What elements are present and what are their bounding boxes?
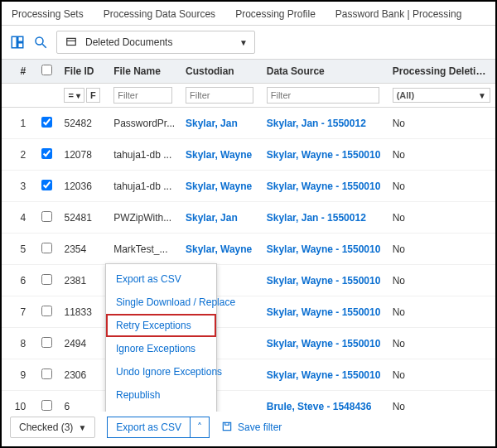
cell-custodian[interactable]: Skylar, Jan	[181, 108, 262, 139]
cell-file-name: MarkTest_...	[109, 234, 181, 265]
table-row[interactable]: 92306ayneSkylar, Wayne - 1550010No	[2, 359, 495, 391]
table-row[interactable]: 212078tahuja1-db ...Skylar, WayneSkylar,…	[2, 139, 495, 171]
table-row[interactable]: 52354MarkTest_...Skylar, WayneSkylar, Wa…	[2, 234, 495, 265]
menu-export-csv[interactable]: Export as CSV	[106, 267, 216, 291]
row-index: 5	[2, 234, 34, 265]
menu-single-download-replace[interactable]: Single Download / Replace	[106, 291, 216, 314]
cell-file-id: 2494	[59, 328, 109, 359]
row-checkbox[interactable]	[41, 211, 52, 222]
cell-file-name: tahuja1-db ...	[109, 139, 181, 171]
cell-file-name: PWZipWith...	[109, 202, 181, 234]
cell-file-id: 52482	[59, 108, 109, 139]
table-row[interactable]: 62381ayneSkylar, Wayne - 1550010No	[2, 265, 495, 296]
cell-data-source[interactable]: Skylar, Wayne - 1550010	[262, 171, 388, 202]
row-checkbox[interactable]	[41, 243, 52, 253]
file-id-op-select[interactable]: = ▾	[64, 88, 84, 103]
tab-processing-sets[interactable]: Processing Sets	[12, 8, 84, 20]
export-csv-caret[interactable]: ˄	[191, 417, 210, 438]
svg-rect-1	[18, 36, 23, 41]
checked-dropdown[interactable]: Checked (3)▼	[10, 417, 95, 438]
cell-data-source[interactable]: Skylar, Wayne - 1550010	[262, 359, 388, 391]
deletion-filter-select[interactable]: (All)▼	[393, 88, 490, 103]
row-index: 6	[2, 265, 34, 296]
table-row[interactable]: 312036tahuja1-db ...Skylar, WayneSkylar,…	[2, 171, 495, 202]
row-checkbox[interactable]	[41, 369, 52, 379]
table-row[interactable]: 152482PasswordPr...Skylar, JanSkylar, Ja…	[2, 108, 495, 139]
row-index: 9	[2, 359, 34, 391]
svg-point-3	[36, 37, 43, 45]
tab-password-bank[interactable]: Password Bank | Processing	[335, 8, 462, 20]
cell-deletion: No	[388, 296, 495, 328]
export-csv-split-button[interactable]: Export as CSV ˄	[107, 417, 210, 438]
cell-file-id: 2381	[59, 265, 109, 296]
row-checkbox[interactable]	[41, 148, 52, 159]
row-index: 4	[2, 202, 34, 234]
col-file-id[interactable]: File ID	[59, 60, 109, 84]
cell-deletion: No	[388, 171, 495, 202]
cell-custodian[interactable]: Skylar, Jan	[181, 202, 262, 234]
cell-data-source[interactable]: Skylar, Wayne - 1550010	[262, 139, 388, 171]
save-filter-icon	[221, 421, 233, 435]
cell-deletion: No	[388, 359, 495, 391]
svg-rect-5	[67, 38, 76, 45]
cell-file-id: 2354	[59, 234, 109, 265]
row-checkbox[interactable]	[41, 117, 52, 128]
cell-data-source[interactable]: Skylar, Wayne - 1550010	[262, 265, 388, 296]
row-checkbox[interactable]	[41, 274, 52, 285]
cell-deletion: No	[388, 265, 495, 296]
row-checkbox[interactable]	[41, 400, 52, 411]
row-index: 3	[2, 171, 34, 202]
file-id-filter-btn[interactable]: F	[86, 88, 100, 103]
file-name-filter[interactable]	[113, 87, 172, 104]
row-checkbox[interactable]	[41, 337, 52, 348]
view-icon	[64, 35, 79, 50]
cell-custodian[interactable]: Skylar, Wayne	[181, 139, 262, 171]
menu-undo-ignore-exceptions[interactable]: Undo Ignore Exceptions	[106, 360, 216, 383]
data-grid: # File ID File Name Custodian Data Sourc…	[2, 60, 495, 422]
col-checkbox-header[interactable]	[34, 60, 59, 84]
table-row[interactable]: 82494ayneSkylar, Wayne - 1550010No	[2, 328, 495, 359]
cell-custodian[interactable]: Skylar, Wayne	[181, 171, 262, 202]
menu-republish[interactable]: Republish	[106, 383, 216, 407]
col-file-name[interactable]: File Name	[109, 60, 181, 84]
cell-deletion: No	[388, 139, 495, 171]
export-csv-button[interactable]: Export as CSV	[107, 417, 191, 438]
custodian-filter[interactable]	[186, 87, 253, 104]
select-all-checkbox[interactable]	[41, 65, 52, 75]
layout-icon[interactable]	[10, 35, 25, 50]
cell-data-source[interactable]: Skylar, Jan - 1550012	[262, 202, 388, 234]
row-checkbox[interactable]	[41, 306, 52, 316]
row-checkbox[interactable]	[41, 180, 52, 190]
cell-file-id: 12078	[59, 139, 109, 171]
cell-deletion: No	[388, 108, 495, 139]
menu-ignore-exceptions[interactable]: Ignore Exceptions	[106, 337, 216, 360]
cell-data-source[interactable]: Skylar, Wayne - 1550010	[262, 296, 388, 328]
cell-file-id: 2306	[59, 359, 109, 391]
cell-data-source[interactable]: Skylar, Wayne - 1550010	[262, 234, 388, 265]
cell-deletion: No	[388, 202, 495, 234]
menu-retry-exceptions[interactable]: Retry Exceptions	[106, 314, 216, 337]
col-custodian[interactable]: Custodian	[181, 60, 262, 84]
cell-file-id: 52481	[59, 202, 109, 234]
cell-file-name: PasswordPr...	[109, 108, 181, 139]
row-index: 1	[2, 108, 34, 139]
cell-custodian[interactable]: Skylar, Wayne	[181, 234, 262, 265]
search-icon[interactable]	[33, 35, 48, 50]
cell-deletion: No	[388, 328, 495, 359]
svg-rect-0	[12, 36, 17, 48]
cell-data-source[interactable]: Skylar, Wayne - 1550010	[262, 328, 388, 359]
save-filter-link[interactable]: Save filter	[221, 421, 282, 435]
tab-processing-data-sources[interactable]: Processing Data Sources	[104, 8, 215, 20]
col-deletion[interactable]: Processing Deletion?	[388, 60, 495, 84]
table-row[interactable]: 711833ayneSkylar, Wayne - 1550010No	[2, 296, 495, 328]
data-source-filter[interactable]	[267, 87, 379, 104]
view-selector[interactable]: Deleted Documents ▼	[56, 31, 255, 54]
col-index[interactable]: #	[2, 60, 34, 84]
table-row[interactable]: 452481PWZipWith...Skylar, JanSkylar, Jan…	[2, 202, 495, 234]
svg-rect-7	[223, 422, 230, 430]
tab-processing-profile[interactable]: Processing Profile	[235, 8, 316, 20]
col-data-source[interactable]: Data Source	[262, 60, 388, 84]
row-index: 7	[2, 296, 34, 328]
svg-rect-2	[18, 43, 23, 48]
cell-data-source[interactable]: Skylar, Jan - 1550012	[262, 108, 388, 139]
